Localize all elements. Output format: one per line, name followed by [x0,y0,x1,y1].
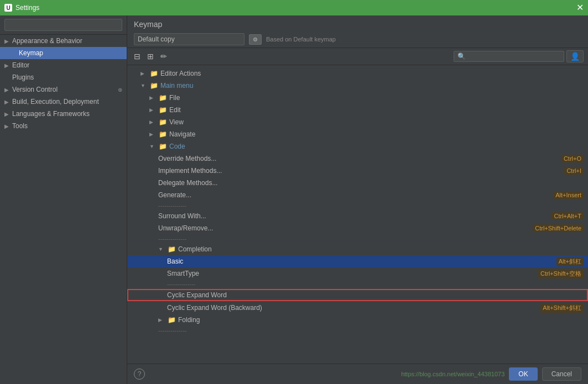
sidebar-item-vcs[interactable]: ▶ Version Control ⊕ [0,83,127,96]
sidebar-item-tools[interactable]: ▶ Tools [0,120,127,132]
tree-item-generate[interactable]: Generate... Alt+Insert [127,189,588,201]
sidebar-label-appearance: Appearance & Behavior [12,37,122,45]
arrow-main-menu: ▼ [141,83,149,88]
arrow-folding: ▶ [158,317,167,323]
tree-item-implement-methods[interactable]: Implement Methods... Ctrl+I [127,165,588,177]
shortcut-implement-methods: Ctrl+I [564,167,584,175]
tree-item-code[interactable]: ▼ 📁 Code [127,140,588,152]
bottom-right: https://blog.csdn.net/weixin_44381073 OK… [401,367,581,381]
sidebar-label-plugins: Plugins [12,73,122,81]
tree-label-surround: Surround With... [158,212,547,220]
title-bar: U Settings ✕ [0,0,588,15]
keymap-gear-button[interactable]: ⚙ [249,34,262,45]
arrow-editor-actions: ▶ [141,71,149,76]
close-button[interactable]: ✕ [576,3,584,12]
folder-icon-folding: 📁 [167,316,176,324]
expand-arrow-appearance: ▶ [4,38,11,44]
content-area: Keymap Default copy ⚙ Based on Default k… [127,15,588,384]
separator-4: -------------- [127,326,588,335]
sidebar-label-languages: Languages & Frameworks [12,110,122,118]
user-icon-button[interactable]: 👤 [566,50,584,62]
based-on-label: Based on Default keymap [266,36,336,43]
toolbar: ⊟ ⊞ ✏ 👤 [127,48,588,65]
shortcut-smart-type: Ctrl+Shift+空格 [538,269,584,278]
separator-3: -------------- [127,280,588,288]
arrow-edit: ▶ [149,107,158,113]
folder-icon-file: 📁 [158,94,167,102]
tree-label-editor-actions: Editor Actions [160,70,584,77]
tree-item-main-menu[interactable]: ▼ 📁 Main menu [127,80,588,92]
tree-label-navigate: Navigate [169,130,584,138]
tree-label-edit: Edit [169,106,584,114]
sidebar-item-plugins[interactable]: Plugins [0,71,127,83]
separator-2: -------------- [127,234,588,243]
tree-label-smart-type: SmartType [167,270,534,277]
tree-label-completion: Completion [178,245,584,253]
tree-label-generate: Generate... [158,191,549,199]
bottom-bar: ? https://blog.csdn.net/weixin_44381073 … [127,364,588,384]
sidebar-search-area [0,15,127,35]
tree-item-file[interactable]: ▶ 📁 File [127,92,588,104]
tree-label-file: File [169,94,584,102]
app-icon: U [4,4,12,12]
sidebar-item-editor[interactable]: ▶ Editor [0,59,127,71]
sidebar-item-keymap[interactable]: Keymap [0,47,127,59]
keymap-select-row: Default copy ⚙ Based on Default keymap [134,33,581,45]
sidebar-search-input[interactable] [4,19,122,31]
tree-item-cyclic-expand-bwd[interactable]: Cyclic Expand Word (Backward) Alt+Shift+… [127,302,588,314]
cancel-button[interactable]: Cancel [542,367,581,381]
tree-item-unwrap[interactable]: Unwrap/Remove... Ctrl+Shift+Delete [127,222,588,234]
tree-item-edit[interactable]: ▶ 📁 Edit [127,104,588,116]
sidebar-item-languages[interactable]: ▶ Languages & Frameworks [0,108,127,120]
content-header: Keymap Default copy ⚙ Based on Default k… [127,15,588,48]
expand-arrow-build: ▶ [4,99,11,105]
ok-button[interactable]: OK [509,367,537,381]
toolbar-btn-1[interactable]: ⊟ [132,51,143,62]
sidebar-label-build: Build, Execution, Deployment [12,98,122,106]
tree-label-implement-methods: Implement Methods... [158,167,560,175]
tree-item-basic[interactable]: Basic Alt+斜杠 [127,255,588,267]
tree-item-override-methods[interactable]: Override Methods... Ctrl+O [127,152,588,165]
shortcut-cyclic-expand-bwd: Alt+Shift+斜杠 [540,303,584,313]
tree-item-folding[interactable]: ▶ 📁 Folding [127,314,588,326]
folder-icon-view: 📁 [158,118,167,126]
expand-arrow-vcs: ▶ [4,87,11,93]
tree-item-delegate-methods[interactable]: Delegate Methods... [127,177,588,189]
tree-label-basic: Basic [167,257,552,265]
arrow-code: ▼ [149,144,158,149]
folder-icon-editor-actions: 📁 [149,70,158,77]
tree-label-override-methods: Override Methods... [158,155,557,162]
folder-icon-edit: 📁 [158,106,167,114]
folder-icon-main-menu: 📁 [149,82,158,90]
tree-item-editor-actions[interactable]: ▶ 📁 Editor Actions [127,67,588,80]
tree-item-cyclic-expand[interactable]: Cyclic Expand Word [127,289,588,301]
shortcut-override-methods: Ctrl+O [561,155,584,162]
tree-label-folding: Folding [178,316,584,324]
tree-label-unwrap: Unwrap/Remove... [158,224,528,232]
sidebar-label-vcs: Version Control [12,86,118,93]
tree-item-smart-type[interactable]: SmartType Ctrl+Shift+空格 [127,267,588,280]
sidebar-item-build[interactable]: ▶ Build, Execution, Deployment [0,96,127,108]
help-button[interactable]: ? [134,369,145,380]
shortcut-surround: Ctrl+Alt+T [551,212,584,220]
keymap-search-input[interactable] [454,51,564,62]
tree-label-main-menu: Main menu [160,82,584,90]
sidebar-item-appearance[interactable]: ▶ Appearance & Behavior [0,35,127,47]
content-title: Keymap [134,20,581,29]
folder-icon-code: 📁 [158,143,167,150]
arrow-file: ▶ [149,95,158,101]
arrow-view: ▶ [149,119,158,125]
tree-item-surround[interactable]: Surround With... Ctrl+Alt+T [127,210,588,222]
tree-label-delegate-methods: Delegate Methods... [158,179,584,187]
tree-item-completion[interactable]: ▼ 📁 Completion [127,243,588,255]
tree-label-view: View [169,118,584,126]
shortcut-generate: Alt+Insert [553,191,584,199]
toolbar-btn-edit[interactable]: ✏ [158,51,169,62]
keymap-select[interactable]: Default copy [134,33,244,45]
sidebar: ▶ Appearance & Behavior Keymap ▶ Editor … [0,15,127,384]
tree-item-view[interactable]: ▶ 📁 View [127,116,588,128]
toolbar-btn-2[interactable]: ⊞ [145,51,156,62]
expand-arrow-languages: ▶ [4,111,11,117]
tree-item-navigate[interactable]: ▶ 📁 Navigate [127,128,588,140]
arrow-navigate: ▶ [149,131,158,137]
